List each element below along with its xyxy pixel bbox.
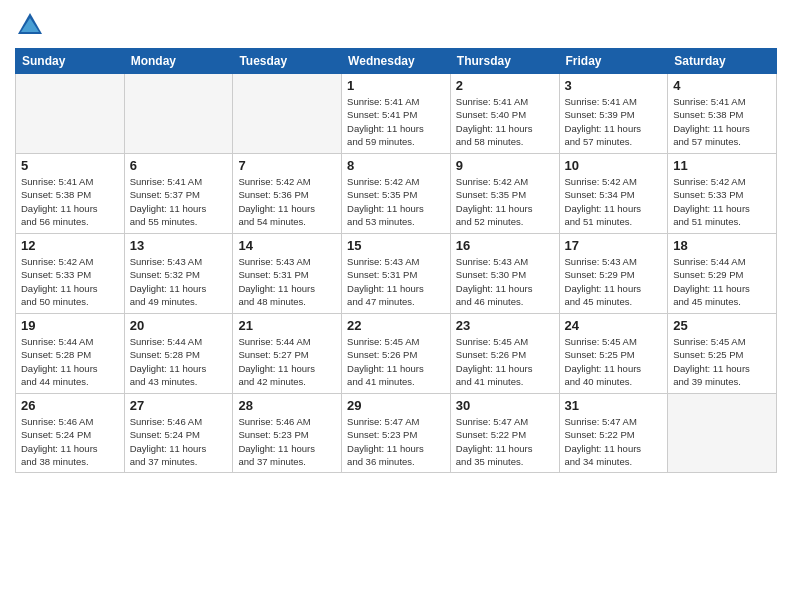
- calendar-header-tuesday: Tuesday: [233, 49, 342, 74]
- calendar-cell: 17Sunrise: 5:43 AM Sunset: 5:29 PM Dayli…: [559, 234, 668, 314]
- day-info: Sunrise: 5:47 AM Sunset: 5:22 PM Dayligh…: [565, 415, 663, 468]
- calendar-header-saturday: Saturday: [668, 49, 777, 74]
- day-number: 3: [565, 78, 663, 93]
- day-number: 18: [673, 238, 771, 253]
- day-info: Sunrise: 5:44 AM Sunset: 5:27 PM Dayligh…: [238, 335, 336, 388]
- calendar-cell: 16Sunrise: 5:43 AM Sunset: 5:30 PM Dayli…: [450, 234, 559, 314]
- calendar-cell: 2Sunrise: 5:41 AM Sunset: 5:40 PM Daylig…: [450, 74, 559, 154]
- day-info: Sunrise: 5:43 AM Sunset: 5:32 PM Dayligh…: [130, 255, 228, 308]
- calendar-header-friday: Friday: [559, 49, 668, 74]
- day-info: Sunrise: 5:44 AM Sunset: 5:29 PM Dayligh…: [673, 255, 771, 308]
- day-number: 7: [238, 158, 336, 173]
- day-number: 20: [130, 318, 228, 333]
- day-info: Sunrise: 5:41 AM Sunset: 5:40 PM Dayligh…: [456, 95, 554, 148]
- calendar-cell: 7Sunrise: 5:42 AM Sunset: 5:36 PM Daylig…: [233, 154, 342, 234]
- calendar-cell: [233, 74, 342, 154]
- day-info: Sunrise: 5:45 AM Sunset: 5:25 PM Dayligh…: [673, 335, 771, 388]
- calendar-cell: [16, 74, 125, 154]
- day-number: 22: [347, 318, 445, 333]
- calendar-cell: 28Sunrise: 5:46 AM Sunset: 5:23 PM Dayli…: [233, 394, 342, 473]
- calendar-cell: 30Sunrise: 5:47 AM Sunset: 5:22 PM Dayli…: [450, 394, 559, 473]
- day-info: Sunrise: 5:43 AM Sunset: 5:31 PM Dayligh…: [238, 255, 336, 308]
- day-info: Sunrise: 5:42 AM Sunset: 5:35 PM Dayligh…: [456, 175, 554, 228]
- day-number: 29: [347, 398, 445, 413]
- calendar-cell: 3Sunrise: 5:41 AM Sunset: 5:39 PM Daylig…: [559, 74, 668, 154]
- day-info: Sunrise: 5:42 AM Sunset: 5:35 PM Dayligh…: [347, 175, 445, 228]
- day-number: 24: [565, 318, 663, 333]
- calendar-cell: 5Sunrise: 5:41 AM Sunset: 5:38 PM Daylig…: [16, 154, 125, 234]
- logo-icon: [15, 10, 45, 40]
- day-info: Sunrise: 5:42 AM Sunset: 5:33 PM Dayligh…: [673, 175, 771, 228]
- day-number: 4: [673, 78, 771, 93]
- day-info: Sunrise: 5:45 AM Sunset: 5:25 PM Dayligh…: [565, 335, 663, 388]
- calendar-week-3: 12Sunrise: 5:42 AM Sunset: 5:33 PM Dayli…: [16, 234, 777, 314]
- day-number: 31: [565, 398, 663, 413]
- day-number: 21: [238, 318, 336, 333]
- day-info: Sunrise: 5:41 AM Sunset: 5:37 PM Dayligh…: [130, 175, 228, 228]
- day-number: 23: [456, 318, 554, 333]
- calendar-cell: [668, 394, 777, 473]
- day-number: 14: [238, 238, 336, 253]
- day-info: Sunrise: 5:41 AM Sunset: 5:38 PM Dayligh…: [21, 175, 119, 228]
- day-info: Sunrise: 5:45 AM Sunset: 5:26 PM Dayligh…: [347, 335, 445, 388]
- day-number: 8: [347, 158, 445, 173]
- day-number: 9: [456, 158, 554, 173]
- calendar-cell: 31Sunrise: 5:47 AM Sunset: 5:22 PM Dayli…: [559, 394, 668, 473]
- logo: [15, 10, 49, 40]
- day-number: 6: [130, 158, 228, 173]
- day-number: 2: [456, 78, 554, 93]
- day-number: 19: [21, 318, 119, 333]
- day-info: Sunrise: 5:42 AM Sunset: 5:33 PM Dayligh…: [21, 255, 119, 308]
- day-number: 13: [130, 238, 228, 253]
- page: SundayMondayTuesdayWednesdayThursdayFrid…: [0, 0, 792, 612]
- calendar-table: SundayMondayTuesdayWednesdayThursdayFrid…: [15, 48, 777, 473]
- day-number: 11: [673, 158, 771, 173]
- calendar-week-5: 26Sunrise: 5:46 AM Sunset: 5:24 PM Dayli…: [16, 394, 777, 473]
- day-number: 28: [238, 398, 336, 413]
- calendar-cell: 20Sunrise: 5:44 AM Sunset: 5:28 PM Dayli…: [124, 314, 233, 394]
- calendar-header-sunday: Sunday: [16, 49, 125, 74]
- day-info: Sunrise: 5:45 AM Sunset: 5:26 PM Dayligh…: [456, 335, 554, 388]
- calendar-header-thursday: Thursday: [450, 49, 559, 74]
- calendar-cell: 4Sunrise: 5:41 AM Sunset: 5:38 PM Daylig…: [668, 74, 777, 154]
- calendar-cell: 23Sunrise: 5:45 AM Sunset: 5:26 PM Dayli…: [450, 314, 559, 394]
- calendar-cell: 27Sunrise: 5:46 AM Sunset: 5:24 PM Dayli…: [124, 394, 233, 473]
- day-number: 25: [673, 318, 771, 333]
- day-info: Sunrise: 5:41 AM Sunset: 5:41 PM Dayligh…: [347, 95, 445, 148]
- calendar-cell: 29Sunrise: 5:47 AM Sunset: 5:23 PM Dayli…: [342, 394, 451, 473]
- calendar-cell: 9Sunrise: 5:42 AM Sunset: 5:35 PM Daylig…: [450, 154, 559, 234]
- calendar-cell: [124, 74, 233, 154]
- calendar-header-row: SundayMondayTuesdayWednesdayThursdayFrid…: [16, 49, 777, 74]
- calendar-cell: 11Sunrise: 5:42 AM Sunset: 5:33 PM Dayli…: [668, 154, 777, 234]
- day-info: Sunrise: 5:46 AM Sunset: 5:23 PM Dayligh…: [238, 415, 336, 468]
- calendar-cell: 18Sunrise: 5:44 AM Sunset: 5:29 PM Dayli…: [668, 234, 777, 314]
- calendar-header-monday: Monday: [124, 49, 233, 74]
- header: [15, 10, 777, 40]
- calendar-cell: 10Sunrise: 5:42 AM Sunset: 5:34 PM Dayli…: [559, 154, 668, 234]
- day-number: 1: [347, 78, 445, 93]
- calendar-cell: 21Sunrise: 5:44 AM Sunset: 5:27 PM Dayli…: [233, 314, 342, 394]
- day-number: 17: [565, 238, 663, 253]
- day-info: Sunrise: 5:42 AM Sunset: 5:34 PM Dayligh…: [565, 175, 663, 228]
- day-info: Sunrise: 5:43 AM Sunset: 5:29 PM Dayligh…: [565, 255, 663, 308]
- day-info: Sunrise: 5:41 AM Sunset: 5:39 PM Dayligh…: [565, 95, 663, 148]
- day-info: Sunrise: 5:47 AM Sunset: 5:22 PM Dayligh…: [456, 415, 554, 468]
- calendar-cell: 13Sunrise: 5:43 AM Sunset: 5:32 PM Dayli…: [124, 234, 233, 314]
- calendar-cell: 15Sunrise: 5:43 AM Sunset: 5:31 PM Dayli…: [342, 234, 451, 314]
- day-number: 5: [21, 158, 119, 173]
- calendar-cell: 24Sunrise: 5:45 AM Sunset: 5:25 PM Dayli…: [559, 314, 668, 394]
- day-info: Sunrise: 5:43 AM Sunset: 5:30 PM Dayligh…: [456, 255, 554, 308]
- calendar-week-4: 19Sunrise: 5:44 AM Sunset: 5:28 PM Dayli…: [16, 314, 777, 394]
- day-info: Sunrise: 5:46 AM Sunset: 5:24 PM Dayligh…: [21, 415, 119, 468]
- calendar-cell: 14Sunrise: 5:43 AM Sunset: 5:31 PM Dayli…: [233, 234, 342, 314]
- calendar-cell: 8Sunrise: 5:42 AM Sunset: 5:35 PM Daylig…: [342, 154, 451, 234]
- calendar-cell: 22Sunrise: 5:45 AM Sunset: 5:26 PM Dayli…: [342, 314, 451, 394]
- calendar-cell: 6Sunrise: 5:41 AM Sunset: 5:37 PM Daylig…: [124, 154, 233, 234]
- day-number: 10: [565, 158, 663, 173]
- day-info: Sunrise: 5:42 AM Sunset: 5:36 PM Dayligh…: [238, 175, 336, 228]
- day-number: 27: [130, 398, 228, 413]
- day-number: 30: [456, 398, 554, 413]
- calendar-cell: 1Sunrise: 5:41 AM Sunset: 5:41 PM Daylig…: [342, 74, 451, 154]
- day-number: 26: [21, 398, 119, 413]
- day-info: Sunrise: 5:44 AM Sunset: 5:28 PM Dayligh…: [21, 335, 119, 388]
